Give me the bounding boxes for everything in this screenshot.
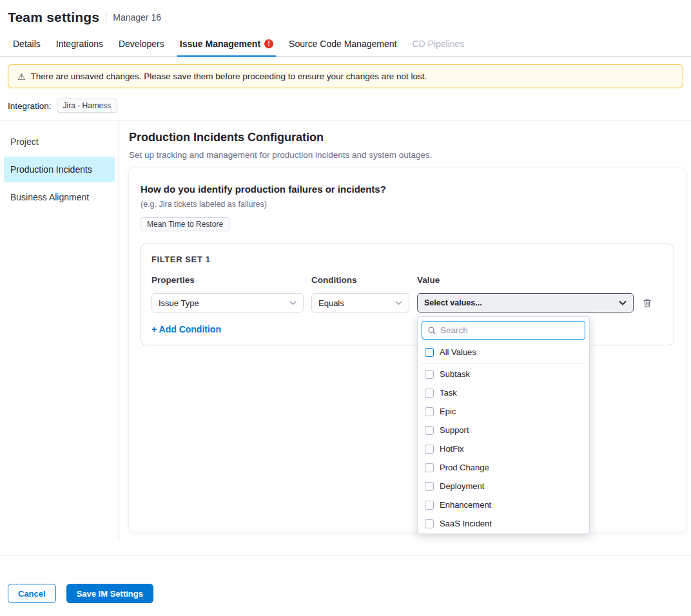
warning-icon: ⚠ — [17, 72, 26, 81]
incidents-config-card: How do you identify production failures … — [129, 168, 686, 532]
checkbox-icon[interactable] — [425, 407, 434, 416]
search-icon — [427, 326, 436, 335]
dropdown-option[interactable]: Prod Change — [422, 458, 585, 477]
dropdown-option[interactable]: Support — [422, 421, 585, 439]
chevron-down-icon — [395, 300, 402, 305]
tab[interactable]: Issue Management ! — [173, 31, 280, 56]
option-label: Task — [440, 388, 457, 398]
footer-actions: Cancel Save IM Settings — [0, 555, 691, 603]
value-cell: Select values... — [417, 293, 634, 313]
sidebar-item[interactable]: Business Alignment — [4, 184, 115, 210]
value-dropdown: All Values Subtask — [417, 316, 590, 534]
sidebar-item[interactable]: Project — [4, 129, 115, 155]
question-heading: How do you identify production failures … — [141, 184, 674, 195]
banner-text: There are unsaved changes. Please save t… — [31, 72, 427, 81]
conditions-select-value: Equals — [318, 298, 344, 308]
tab[interactable]: Integrations — [50, 31, 110, 56]
dropdown-option[interactable]: SaaS Incident — [422, 514, 585, 533]
option-label: Prod Change — [440, 463, 489, 472]
tab[interactable]: Details — [6, 31, 47, 56]
page-header: Team settings Manager 16 — [0, 0, 691, 31]
tab[interactable]: Developers — [112, 31, 171, 56]
chevron-down-icon — [619, 300, 627, 305]
checkbox-icon[interactable] — [425, 463, 434, 472]
delete-filter-button[interactable] — [641, 297, 653, 309]
integration-row: Integration: Jira - Harness — [0, 96, 691, 120]
add-condition-button[interactable]: + Add Condition — [151, 324, 221, 334]
dropdown-option[interactable]: Deployment — [422, 477, 585, 496]
sidebar-item-label: Project — [10, 137, 39, 147]
sidebar-item-label: Production Incidents — [10, 164, 92, 175]
dropdown-option[interactable]: HotFix — [422, 439, 585, 458]
option-label: SaaS Incident — [440, 519, 492, 528]
tab[interactable]: CD Pipelines — [405, 31, 471, 56]
checkbox-icon[interactable] — [425, 348, 434, 357]
tab-label: Integrations — [56, 39, 103, 49]
page: Team settings Manager 16 Details Integra… — [0, 0, 691, 616]
dropdown-option[interactable]: Task — [422, 383, 585, 402]
option-label: All Values — [440, 347, 476, 357]
metric-chip[interactable]: Mean Time to Restore — [141, 217, 229, 231]
column-label-properties: Properties — [151, 275, 304, 285]
checkbox-icon[interactable] — [425, 426, 434, 435]
main-panel: Production Incidents Configuration Set u… — [119, 120, 691, 541]
question-hint: (e.g. Jira tickets labeled as failures) — [141, 200, 674, 209]
alert-badge-icon: ! — [264, 39, 273, 48]
tab[interactable]: Source Code Management — [282, 31, 403, 56]
dropdown-option[interactable]: Enhancement — [422, 496, 585, 514]
search-input[interactable] — [440, 325, 579, 335]
tab-label: Details — [13, 39, 41, 49]
column-label-conditions: Conditions — [311, 275, 409, 285]
dropdown-options: Subtask Task — [422, 365, 585, 534]
page-title: Team settings — [8, 10, 99, 25]
option-label: Deployment — [440, 481, 484, 491]
column-label-value: Value — [417, 275, 634, 285]
dropdown-option[interactable]: Epic — [422, 402, 585, 421]
save-im-settings-button[interactable]: Save IM Settings — [66, 584, 153, 603]
tab-label: Developers — [119, 39, 164, 49]
dropdown-option[interactable]: Subtask — [422, 365, 585, 383]
checkbox-icon[interactable] — [425, 501, 434, 510]
settings-sidebar: Project Production Incidents Business Al… — [0, 120, 119, 541]
value-select[interactable]: Select values... — [417, 293, 634, 313]
dropdown-divider — [422, 363, 585, 363]
option-label: Epic — [440, 407, 456, 416]
checkbox-icon[interactable] — [425, 482, 434, 491]
properties-select[interactable]: Issue Type — [151, 293, 304, 313]
option-label: Subtask — [440, 369, 470, 379]
sidebar-item-label: Business Alignment — [10, 192, 89, 202]
content-area: Project Production Incidents Business Al… — [0, 120, 691, 541]
section-title: Production Incidents Configuration — [129, 131, 686, 144]
filter-column-headers: Properties Conditions Value — [151, 275, 663, 285]
conditions-select[interactable]: Equals — [311, 293, 409, 313]
integration-chip[interactable]: Jira - Harness — [57, 99, 118, 113]
tab-bar: Details Integrations Developers Issue Ma… — [0, 31, 691, 57]
option-label: HotFix — [440, 444, 464, 454]
page-subtitle: Manager 16 — [113, 12, 161, 23]
tab-label: Issue Management — [180, 39, 260, 49]
option-label: Support — [440, 425, 469, 435]
checkbox-icon[interactable] — [425, 519, 434, 528]
section-subtitle: Set up tracking and management for produ… — [129, 150, 686, 160]
checkbox-icon[interactable] — [425, 445, 434, 454]
cancel-button[interactable]: Cancel — [8, 584, 56, 603]
dropdown-search — [422, 321, 585, 340]
option-all-values[interactable]: All Values — [422, 343, 585, 361]
filter-set: FILTER SET 1 Properties Conditions Value… — [141, 244, 674, 345]
sidebar-item[interactable]: Production Incidents — [4, 157, 115, 182]
filter-set-title: FILTER SET 1 — [151, 255, 663, 264]
dropdown-option[interactable]: Customer Notification — [422, 533, 585, 534]
option-label: Enhancement — [440, 500, 491, 510]
checkbox-icon[interactable] — [425, 389, 434, 398]
title-divider — [106, 12, 106, 23]
tab-label: Source Code Management — [289, 39, 396, 49]
checkbox-icon[interactable] — [425, 370, 434, 379]
tab-label: CD Pipelines — [412, 39, 464, 49]
chevron-down-icon — [289, 300, 297, 305]
integration-label: Integration: — [8, 101, 52, 111]
properties-select-value: Issue Type — [159, 298, 199, 308]
value-select-placeholder: Select values... — [424, 298, 482, 307]
unsaved-changes-banner: ⚠ There are unsaved changes. Please save… — [8, 64, 683, 88]
filter-row: Issue Type Equals — [151, 293, 663, 313]
